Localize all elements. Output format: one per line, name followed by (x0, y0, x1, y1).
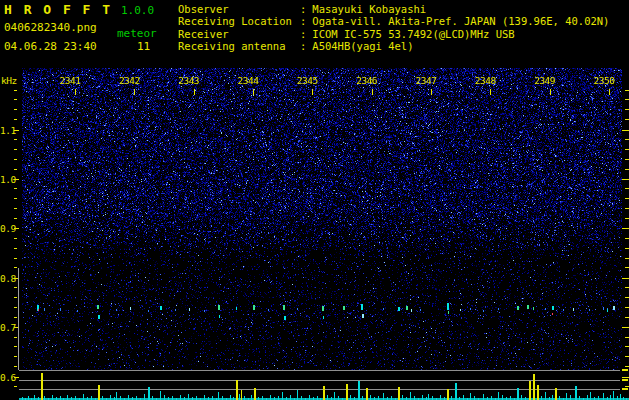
level-spike (378, 396, 379, 400)
level-spike (391, 396, 392, 400)
freq-minor-tick (14, 139, 17, 140)
level-spike (451, 396, 452, 400)
time-tick (253, 89, 254, 95)
freq-minor-tick (14, 267, 17, 268)
level-spike (41, 373, 43, 400)
level-spike (317, 396, 318, 400)
level-spike (533, 374, 535, 400)
level-spike (251, 395, 252, 400)
level-spike (590, 392, 591, 400)
freq-minor-tick-right (625, 99, 629, 100)
freq-minor-tick (14, 90, 17, 91)
freq-minor-tick (14, 386, 17, 387)
time-tick (134, 89, 135, 95)
freq-minor-tick (14, 248, 17, 249)
level-spike (537, 385, 539, 400)
level-spike (545, 392, 546, 400)
level-spike (102, 396, 103, 400)
level-spike (334, 392, 335, 400)
level-spike (346, 384, 348, 400)
meteor-echo-mark (361, 304, 363, 310)
level-spike (617, 396, 618, 400)
level-spike (358, 381, 360, 400)
meteor-echo-mark (268, 309, 269, 311)
level-spike (366, 388, 368, 400)
meteor-echo-mark (283, 305, 285, 310)
freq-minor-tick-right (625, 169, 629, 170)
level-spike (428, 394, 429, 400)
level-spike (172, 396, 173, 400)
freq-minor-tick-right (625, 307, 629, 308)
level-spike (517, 388, 519, 400)
freq-major-tick (14, 179, 19, 180)
freq-minor-tick-right (625, 139, 629, 140)
freq-minor-tick-right (625, 297, 629, 298)
level-spike (440, 395, 441, 400)
output-filename: 0406282340.png (4, 21, 97, 34)
freq-minor-tick-right (625, 337, 629, 338)
time-tick (431, 89, 432, 95)
field-separator: : (300, 15, 306, 27)
level-spike (83, 394, 84, 400)
freq-minor-tick-right (625, 346, 629, 347)
header-field-row: Receiving Location:Ogata-vill. Akita-Pre… (178, 15, 609, 27)
level-spike (244, 396, 245, 400)
meteor-echo-mark (527, 305, 529, 309)
meteor-echo-mark (613, 306, 615, 310)
level-spike (34, 395, 35, 400)
level-spike (575, 386, 577, 400)
meteor-echo-mark (189, 308, 190, 311)
freq-major-tick-right (622, 327, 629, 328)
freq-major-tick-right (622, 377, 629, 378)
freq-minor-tick (14, 99, 17, 100)
meteor-echo-mark (284, 316, 286, 320)
level-spike (98, 385, 100, 400)
header-field-row: Receiver:ICOM IC-575 53.7492(@LCD)MHz US… (178, 28, 609, 40)
freq-major-tick (14, 130, 19, 131)
freq-minor-tick-right (625, 356, 629, 357)
meteor-echo-mark (160, 306, 162, 310)
header-field-row: Receiving antenna:A504HB(yagi 4el) (178, 40, 609, 52)
level-spike (28, 396, 29, 400)
time-tick (372, 89, 373, 95)
meteor-echo-mark (398, 307, 400, 311)
level-spike (350, 395, 351, 400)
level-spike (422, 395, 423, 400)
level-spike (470, 393, 471, 400)
field-separator: : (300, 40, 306, 52)
meteor-echo-mark (607, 309, 608, 312)
meteor-echo-mark (470, 308, 471, 310)
freq-minor-tick (14, 366, 17, 367)
level-axis-tick (622, 388, 628, 390)
level-spike (44, 396, 45, 400)
meteor-echo-mark (219, 315, 220, 318)
detection-range-line (18, 268, 19, 370)
level-spike (110, 395, 111, 400)
meteor-echo-mark (343, 306, 345, 310)
freq-minor-tick-right (625, 119, 629, 120)
level-spike (270, 395, 271, 400)
level-spike (559, 396, 560, 400)
meteor-echo-mark (552, 313, 553, 315)
freq-minor-tick-right (625, 109, 629, 110)
app-title: H R O F F T (4, 2, 112, 17)
freq-minor-tick-right (625, 198, 629, 199)
level-spike (566, 393, 567, 400)
freq-minor-tick (14, 287, 17, 288)
level-spike (136, 396, 137, 400)
level-spike (474, 396, 475, 400)
level-spike (230, 395, 231, 400)
freq-minor-tick-right (625, 149, 629, 150)
level-spike (502, 395, 503, 400)
level-spike (498, 392, 499, 400)
time-label: 2348 (468, 75, 502, 86)
level-spike (297, 390, 298, 400)
freq-minor-tick-right (625, 188, 629, 189)
level-spike (510, 396, 511, 400)
time-label: 2350 (587, 75, 621, 86)
meteor-echo-mark (603, 307, 604, 310)
meteor-echo-mark (589, 309, 590, 311)
level-spike (262, 396, 263, 400)
freq-major-tick-right (622, 130, 629, 131)
level-spike (410, 392, 411, 400)
